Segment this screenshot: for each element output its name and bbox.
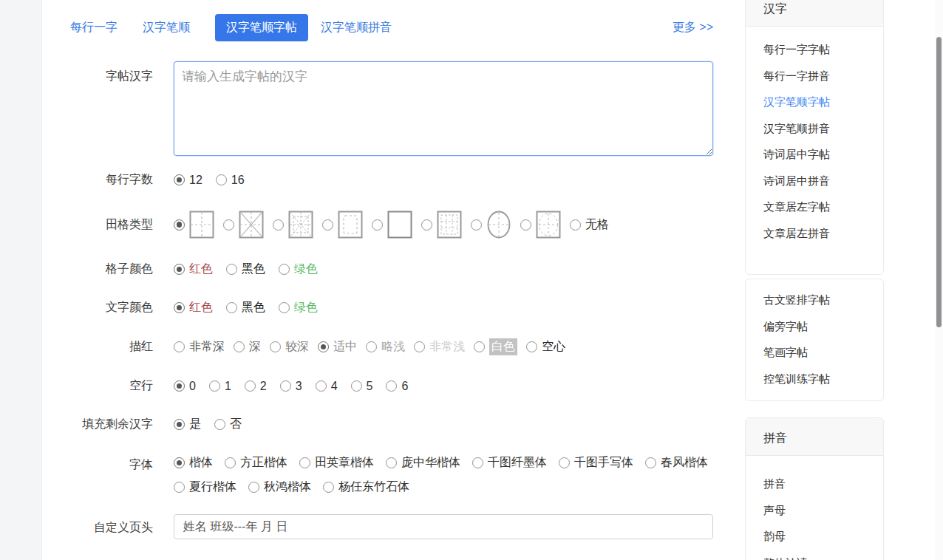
grid-color-option-red[interactable]: 红色	[174, 262, 213, 277]
radio-icon	[174, 341, 185, 352]
empty-rows-option-3[interactable]: 3	[280, 380, 302, 393]
main-form-panel: 每行一字 汉字笔顺 汉字笔顺字帖 汉字笔顺拼音 更多 >> 字帖汉字 每行字数 …	[42, 0, 728, 560]
text-color-option-red[interactable]: 红色	[174, 300, 213, 315]
sidebar-extra-card: 古文竖排字帖 偏旁字帖 笔画字帖 控笔训练字帖	[745, 279, 884, 401]
option-label: 秋鸿楷体	[264, 479, 311, 495]
option-label: 夏行楷体	[189, 479, 236, 495]
option-label: 4	[331, 380, 338, 393]
trace-option-light[interactable]: 略浅	[366, 339, 405, 355]
text-color-option-green[interactable]: 绿色	[279, 300, 318, 315]
empty-rows-option-1[interactable]: 1	[209, 380, 231, 393]
font-option-qiantu-xianmo[interactable]: 千图纤墨体	[472, 455, 547, 471]
grid-option-mi[interactable]	[223, 211, 264, 239]
trace-option-dark[interactable]: 深	[234, 339, 261, 355]
radio-icon	[209, 380, 220, 392]
tab-one-char-per-line[interactable]: 每行一字	[70, 14, 118, 41]
option-label: 庞中华楷体	[401, 455, 460, 471]
copybook-chars-input[interactable]	[174, 61, 713, 156]
mi-grid-icon	[239, 211, 264, 239]
tab-stroke-order[interactable]: 汉字笔顺	[143, 14, 190, 41]
page-scrollbar-track[interactable]	[935, 0, 943, 560]
sidebar-item-stroke-order-pinyin[interactable]: 汉字笔顺拼音	[763, 115, 883, 142]
font-option-xiaxing-kaiti[interactable]: 夏行楷体	[174, 479, 236, 495]
radio-icon	[322, 219, 333, 231]
trace-option-very-light[interactable]: 非常浅	[414, 339, 465, 355]
sidebar-item-stroke-copybook[interactable]: 笔画字帖	[763, 339, 883, 366]
sidebar-item-vertical-classic-copybook[interactable]: 古文竖排字帖	[763, 287, 883, 313]
page-scrollbar-thumb[interactable]	[936, 37, 942, 327]
sidebar-item-poem-center-pinyin[interactable]: 诗词居中拼音	[763, 168, 883, 194]
font-option-qiuhong-kaiti[interactable]: 秋鸿楷体	[248, 479, 311, 495]
empty-rows-option-5[interactable]: 5	[351, 380, 373, 393]
option-label: 3	[296, 380, 302, 393]
sidebar-item-poem-center-copybook[interactable]: 诗词居中字帖	[763, 141, 883, 168]
more-link[interactable]: 更多 >>	[673, 20, 713, 35]
fill-remaining-option-no[interactable]: 否	[214, 417, 242, 432]
trace-option-very-dark[interactable]: 非常深	[174, 339, 225, 355]
empty-rows-option-2[interactable]: 2	[245, 380, 267, 393]
sidebar-item-pinyin[interactable]: 拼音	[763, 471, 883, 497]
grid-option-none[interactable]: 无格	[570, 217, 609, 233]
text-color-option-black[interactable]: 黑色	[226, 300, 265, 315]
option-label: 非常浅	[429, 339, 465, 355]
font-option-fangzheng-kaiti[interactable]: 方正楷体	[225, 455, 287, 471]
sidebar-item-stroke-order-copybook[interactable]: 汉字笔顺字帖	[763, 89, 883, 115]
sidebar-item-pen-control-copybook[interactable]: 控笔训练字帖	[763, 366, 883, 392]
chars-per-row-option-12[interactable]: 12	[174, 174, 202, 187]
sidebar-item-radical-copybook[interactable]: 偏旁字帖	[763, 313, 883, 340]
chars-per-row-option-16[interactable]: 16	[216, 174, 245, 187]
sidebar-item-finals[interactable]: 韵母	[763, 523, 883, 550]
radio-icon	[226, 264, 237, 275]
option-label: 方正楷体	[240, 455, 287, 471]
radio-icon	[471, 219, 482, 231]
tab-stroke-order-pinyin[interactable]: 汉字笔顺拼音	[321, 14, 392, 41]
font-option-qiantu-shouxie[interactable]: 千图手写体	[559, 455, 633, 471]
radio-icon	[225, 457, 236, 468]
radio-icon	[234, 341, 245, 352]
row-chars-per-row: 每行字数 12 16	[42, 172, 728, 188]
option-label: 深	[249, 339, 261, 355]
radio-icon	[421, 219, 432, 231]
tab-stroke-order-copybook[interactable]: 汉字笔顺字帖	[215, 14, 308, 41]
grid-color-option-green[interactable]: 绿色	[279, 262, 318, 277]
grid-option-jiugong[interactable]	[421, 211, 462, 239]
yuan-tian-grid-icon	[536, 211, 561, 239]
radio-icon	[174, 174, 185, 185]
radio-icon	[174, 419, 185, 430]
grid-option-hui[interactable]	[322, 211, 363, 239]
empty-rows-option-6[interactable]: 6	[386, 380, 408, 393]
grid-option-yuan-tian[interactable]	[520, 211, 561, 239]
custom-header-input[interactable]	[174, 514, 713, 539]
sidebar-item-one-char-copybook[interactable]: 每行一字字帖	[763, 36, 883, 63]
trace-option-darker[interactable]: 较深	[270, 339, 309, 355]
empty-rows-option-4[interactable]: 4	[316, 380, 338, 393]
radio-icon	[273, 219, 284, 231]
font-option-chunfeng-kaiti[interactable]: 春风楷体	[645, 455, 708, 471]
sidebar-item-one-char-pinyin[interactable]: 每行一字拼音	[763, 63, 883, 89]
font-option-kaiti[interactable]: 楷体	[174, 455, 213, 471]
option-label: 略浅	[381, 339, 405, 355]
option-label: 红色	[189, 262, 213, 277]
font-option-tianyingzhang-kaiti[interactable]: 田英章楷体	[299, 455, 374, 471]
grid-option-yuan[interactable]	[471, 211, 511, 239]
empty-rows-option-0[interactable]: 0	[174, 380, 196, 393]
option-label: 田英章楷体	[315, 455, 374, 471]
radio-icon	[299, 457, 310, 468]
fill-remaining-option-yes[interactable]: 是	[174, 417, 201, 432]
sidebar-item-article-left-copybook[interactable]: 文章居左字帖	[763, 194, 883, 220]
grid-option-mi-hui[interactable]	[273, 211, 313, 239]
sidebar-item-article-left-pinyin[interactable]: 文章居左拼音	[763, 220, 883, 247]
sidebar-item-whole-syllables[interactable]: 整体认读	[763, 550, 883, 560]
grid-option-tian[interactable]	[174, 211, 214, 239]
font-option-pangzhonghua-kaiti[interactable]: 庞中华楷体	[386, 455, 460, 471]
trace-option-white[interactable]: 白色	[474, 338, 517, 355]
grid-option-fang[interactable]	[372, 211, 412, 239]
radio-icon	[318, 341, 329, 352]
sidebar-item-initials[interactable]: 声母	[763, 497, 883, 524]
trace-option-hollow[interactable]: 空心	[526, 339, 565, 355]
trace-option-medium[interactable]: 适中	[318, 339, 357, 355]
radio-icon	[174, 380, 185, 392]
grid-color-option-black[interactable]: 黑色	[226, 262, 265, 277]
font-option-yangrendong-zhushi[interactable]: 杨任东竹石体	[323, 479, 409, 495]
radio-icon	[351, 380, 362, 392]
